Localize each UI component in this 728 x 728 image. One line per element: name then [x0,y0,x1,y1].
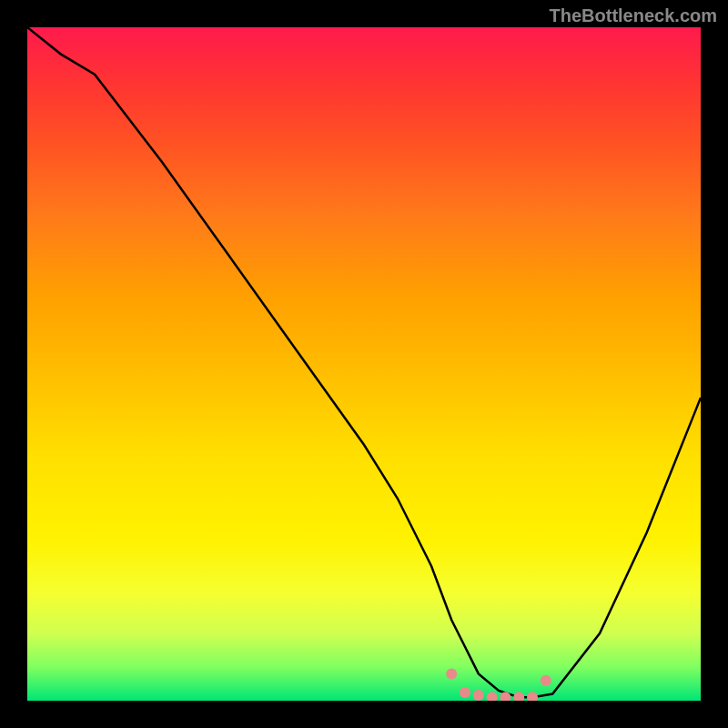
bottleneck-curve-line [27,27,701,697]
watermark-text: TheBottleneck.com [550,5,717,26]
curve-marker [487,692,498,701]
curve-marker [513,692,524,701]
curve-marker [527,692,538,701]
chart-overlay [27,27,701,701]
curve-markers [446,668,551,701]
curve-marker [541,675,551,686]
curve-marker [460,687,470,698]
curve-marker [473,690,484,701]
curve-marker [446,668,457,679]
